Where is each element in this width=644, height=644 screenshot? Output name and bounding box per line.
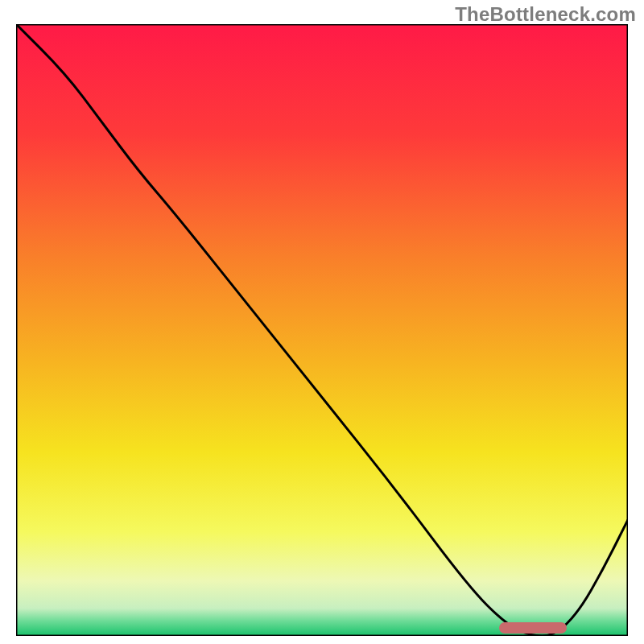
chart-svg	[16, 24, 628, 636]
optimal-range-marker	[499, 622, 567, 634]
chart-container: TheBottleneck.com	[0, 0, 644, 644]
watermark-text: TheBottleneck.com	[455, 3, 636, 26]
plot-area	[16, 24, 628, 636]
gradient-background	[16, 24, 628, 636]
